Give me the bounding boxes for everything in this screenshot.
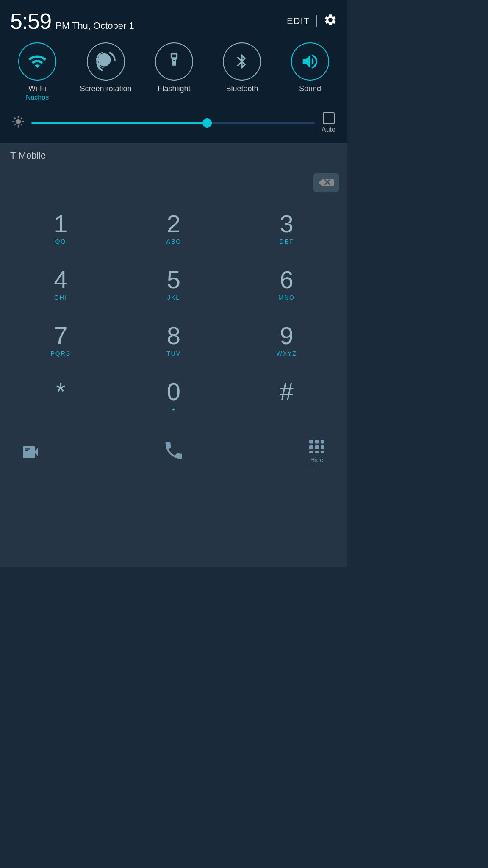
key-letters: MNO [278,294,295,302]
auto-label: Auto [322,126,336,134]
bluetooth-circle[interactable] [223,42,261,81]
key-letters: TUV [166,350,181,358]
key-9[interactable]: 9WXYZ [230,314,343,370]
key-digit: 4 [54,266,67,293]
brightness-row: Auto [10,110,337,136]
svg-rect-5 [315,445,319,449]
hide-button[interactable]: Hide [308,438,326,463]
key-digit: 8 [167,322,180,349]
edit-button[interactable]: EDIT [287,16,310,27]
slider-thumb[interactable] [202,118,212,128]
key-letters: ABC [166,238,181,246]
flashlight-circle[interactable] [155,42,193,81]
key-digit: 0 [167,378,180,405]
flashlight-toggle[interactable]: Flashlight [149,42,200,94]
carrier-bar: T-Mobile [0,143,347,168]
clock-time: 5:59 [10,8,51,34]
key-digit: 1 [54,210,67,237]
auto-brightness-button[interactable]: Auto [322,112,336,134]
video-button[interactable] [21,443,40,458]
key-6[interactable]: 6MNO [230,258,343,314]
key-digit: # [280,378,294,405]
key-5[interactable]: 5JKL [117,258,230,314]
dialer-section: T-Mobile 1QO2ABC3DEF4GHI5JKL6MNO7PQRS8TU… [0,143,347,567]
svg-rect-3 [321,440,324,443]
svg-rect-6 [321,445,324,449]
bottom-bar: Hide [0,430,347,472]
key-2[interactable]: 2ABC [117,202,230,258]
key-#[interactable]: # [230,370,343,426]
sound-toggle[interactable]: Sound [285,42,336,94]
key-7[interactable]: 7PQRS [4,314,117,370]
svg-rect-8 [315,451,319,453]
wifi-label: Wi-Fi Nachos [26,84,49,101]
bluetooth-toggle[interactable]: Bluetooth [216,42,267,94]
svg-rect-1 [309,440,313,443]
screen-rotation-label: Screen rotation [80,84,131,94]
key-digit: 3 [280,210,294,237]
dial-input-area [0,168,347,202]
carrier-name: T-Mobile [10,150,46,161]
wifi-circle[interactable] [18,42,56,81]
time-date: 5:59 PM Thu, October 1 [10,8,134,34]
quick-toggles: Wi-Fi Nachos Screen rotation Flashlight [10,42,337,101]
bluetooth-label: Bluetooth [226,84,258,94]
key-*[interactable]: * [4,370,117,426]
screen-rotation-circle[interactable] [87,42,125,81]
key-letters: GHI [54,294,67,302]
key-0[interactable]: 0+ [117,370,230,426]
key-letters: JKL [167,294,180,302]
key-digit: * [56,378,66,405]
vertical-divider [316,15,317,27]
wifi-toggle[interactable]: Wi-Fi Nachos [12,42,63,101]
auto-icon [323,112,335,124]
date-text: PM Thu, October 1 [55,20,134,31]
key-letters: WXYZ [276,350,297,358]
key-letters: + [172,406,176,414]
notification-panel: 5:59 PM Thu, October 1 EDIT [0,0,347,143]
svg-rect-4 [309,445,313,449]
flashlight-label: Flashlight [158,84,190,94]
key-digit: 9 [280,322,294,349]
key-1[interactable]: 1QO [4,202,117,258]
svg-rect-7 [309,451,313,453]
key-digit: 2 [167,210,180,237]
key-letters: DEF [280,238,294,246]
sound-circle[interactable] [291,42,329,81]
status-bar: 5:59 PM Thu, October 1 EDIT [10,8,337,34]
svg-rect-2 [315,440,319,443]
key-digit: 5 [167,266,180,293]
sound-label: Sound [299,84,321,94]
call-button[interactable] [163,440,185,462]
slider-fill [31,122,207,124]
svg-rect-0 [23,447,31,453]
svg-rect-9 [321,451,324,453]
brightness-icon [12,115,25,131]
backspace-button[interactable] [313,173,339,192]
settings-icon[interactable] [324,13,337,30]
status-right: EDIT [287,13,337,30]
key-4[interactable]: 4GHI [4,258,117,314]
key-letters: PQRS [50,350,71,358]
brightness-slider[interactable] [31,122,315,124]
key-letters: QO [55,238,66,246]
key-8[interactable]: 8TUV [117,314,230,370]
screen-rotation-toggle[interactable]: Screen rotation [80,42,131,94]
key-3[interactable]: 3DEF [230,202,343,258]
hide-label: Hide [311,456,324,463]
key-digit: 6 [280,266,294,293]
keypad: 1QO2ABC3DEF4GHI5JKL6MNO7PQRS8TUV9WXYZ*0+… [0,202,347,425]
key-digit: 7 [54,322,67,349]
